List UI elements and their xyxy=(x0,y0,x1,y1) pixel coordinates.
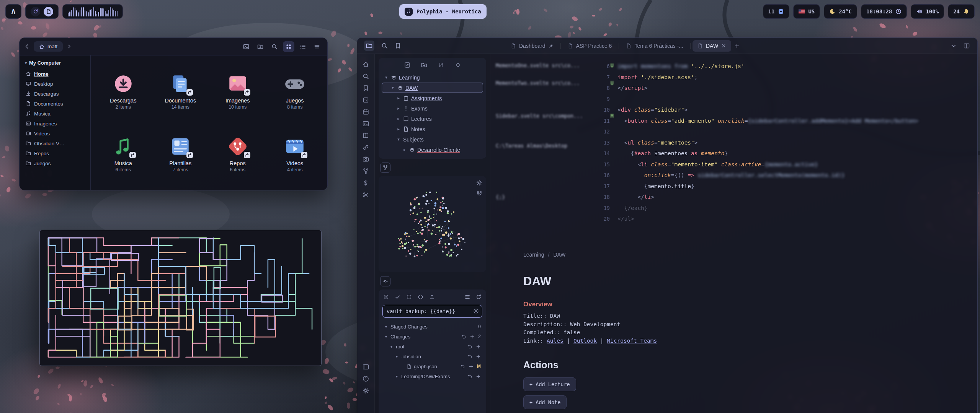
sidebar-item-descargas[interactable]: Descargas xyxy=(23,89,87,99)
circle-plus-icon[interactable] xyxy=(406,294,412,300)
sidebar-item-juegos[interactable]: Juegos xyxy=(23,158,87,168)
git-item-learning-daw-exams[interactable]: ▾Learning/DAW/Exams xyxy=(381,371,484,381)
ribbon-bookmark-icon[interactable] xyxy=(359,82,372,94)
ribbon-book-icon[interactable] xyxy=(359,130,372,141)
split-layout-icon[interactable] xyxy=(964,43,970,49)
tree-item-daw[interactable]: ▾DAW xyxy=(382,83,483,93)
forward-button[interactable] xyxy=(67,44,72,49)
clock-pill[interactable]: 18:08:28 xyxy=(861,4,907,19)
folder-plus-icon[interactable] xyxy=(421,62,427,68)
sort-icon[interactable] xyxy=(438,62,444,68)
sidebar-section-title[interactable]: ▾ My Computer xyxy=(23,59,87,69)
back-button[interactable] xyxy=(24,44,30,49)
sidebar-item-obsidian-v[interactable]: Obsidian V… xyxy=(23,138,87,148)
folder-juegos[interactable]: Juegos8 items xyxy=(266,61,324,121)
folder-plantillas[interactable]: Plantillas7 items xyxy=(152,124,209,184)
menu-button[interactable] xyxy=(311,41,323,52)
note-breadcrumb[interactable]: Learning/DAW xyxy=(523,252,951,258)
launcher-button[interactable]: Λ xyxy=(5,4,21,19)
notes-tray-button[interactable] xyxy=(44,7,53,16)
breadcrumb-part[interactable]: DAW xyxy=(553,252,565,258)
commit-message-input[interactable] xyxy=(382,305,482,318)
ribbon-camera-icon[interactable] xyxy=(359,153,372,165)
ribbon-settings-icon[interactable] xyxy=(359,385,372,397)
ribbon-help-icon[interactable]: ? xyxy=(359,373,372,385)
tab-asp-practice-6[interactable]: ASP Practice 6 xyxy=(563,40,617,52)
tree-item-learning[interactable]: ▾Learning xyxy=(382,72,483,83)
graph-settings-icon[interactable] xyxy=(476,180,482,186)
tree-item-assignments[interactable]: ▸Assignments xyxy=(382,93,483,103)
sidebar-item-documentos[interactable]: Documentos xyxy=(23,99,87,109)
edit-box-icon[interactable] xyxy=(404,62,410,68)
sidebar-item-home[interactable]: Home xyxy=(23,69,87,79)
grid-view-button[interactable] xyxy=(283,41,294,52)
ribbon-dice-icon[interactable] xyxy=(359,94,372,106)
circle-minus-icon[interactable] xyxy=(418,294,423,300)
toggle-explorer-button[interactable] xyxy=(364,41,374,51)
bookmarks-panel-icon[interactable] xyxy=(395,42,401,49)
search-panel-icon[interactable] xyxy=(381,42,388,49)
ribbon-terminal-icon[interactable] xyxy=(359,118,372,130)
tree-item-desarrollo-cliente[interactable]: ▸Desarrollo-Cliente xyxy=(382,145,483,155)
collapse-icon[interactable] xyxy=(455,62,461,68)
ribbon-panel-left-icon[interactable] xyxy=(359,361,372,373)
link-aules[interactable]: Aules xyxy=(547,338,564,344)
ribbon-search-icon[interactable] xyxy=(359,70,372,82)
tree-item-notes[interactable]: ▸Notes xyxy=(382,124,483,134)
ribbon-fork-icon[interactable] xyxy=(359,165,372,177)
keyboard-layout-pill[interactable]: US xyxy=(793,4,820,19)
workspaces-pill[interactable]: 11 xyxy=(763,4,790,19)
git-panel-icon[interactable] xyxy=(380,276,390,286)
tab-tema-6-pr-cticas[interactable]: Tema 6 Prácticas -... xyxy=(621,40,688,52)
notifications-pill[interactable]: 24 xyxy=(948,4,975,19)
circle-dot-icon[interactable] xyxy=(383,294,389,300)
ribbon-dollar-icon[interactable] xyxy=(359,177,372,189)
tab-daw[interactable]: DAW xyxy=(693,40,731,52)
open-terminal-button[interactable] xyxy=(240,41,252,52)
refresh-icon[interactable] xyxy=(476,294,482,300)
git-item-graph-json[interactable]: graph.jsonM xyxy=(381,361,484,371)
sidebar-item-musica[interactable]: Musica xyxy=(23,109,87,119)
upload-icon[interactable] xyxy=(429,294,435,300)
sidebar-item-desktop[interactable]: Desktop xyxy=(23,79,87,89)
sidebar-item-repos[interactable]: Repos xyxy=(23,148,87,158)
tree-item-subjects[interactable]: ▾Subjects xyxy=(382,134,483,145)
list-view-button[interactable] xyxy=(297,41,309,52)
ribbon-scissors-icon[interactable] xyxy=(359,189,372,201)
list-icon[interactable] xyxy=(464,294,470,300)
git-item-root[interactable]: ▾root xyxy=(381,341,484,351)
graph-filter-icon[interactable] xyxy=(476,190,482,197)
clear-message-icon[interactable] xyxy=(473,308,479,314)
weather-pill[interactable]: 24°C xyxy=(824,4,857,19)
git-item-staged-changes[interactable]: ▾Staged Changes0 xyxy=(381,322,484,332)
tree-item-exams[interactable]: ▸Exams xyxy=(382,103,483,114)
folder-musica[interactable]: Musica6 items xyxy=(95,124,152,184)
folder-videos[interactable]: Videos4 items xyxy=(266,124,324,184)
graph-panel-icon[interactable] xyxy=(380,163,390,173)
sidebar-item-videos[interactable]: Videos xyxy=(23,128,87,138)
media-player-pill[interactable]: Polyphia - Neurotica xyxy=(399,4,487,19)
action-button-add-note[interactable]: + Add Note xyxy=(523,395,567,409)
new-tab-button[interactable] xyxy=(732,41,742,51)
link-microsoft-teams[interactable]: Microsoft Teams xyxy=(607,338,657,344)
sidebar-item-imagenes[interactable]: Imagenes xyxy=(23,119,87,128)
git-item-changes[interactable]: ▾Changes2 xyxy=(381,332,484,341)
breadcrumb[interactable]: matt xyxy=(34,41,63,52)
folder-documentos[interactable]: Documentos14 items xyxy=(152,61,209,121)
ribbon-home-icon[interactable] xyxy=(359,59,372,70)
volume-pill[interactable]: 100% xyxy=(911,4,944,19)
breadcrumb-part[interactable]: Learning xyxy=(523,252,544,258)
updates-tray-button[interactable] xyxy=(31,7,40,16)
tab-list-dropdown-icon[interactable] xyxy=(951,43,957,49)
folder-descargas[interactable]: Descargas2 items xyxy=(95,61,152,121)
search-button[interactable] xyxy=(269,41,280,52)
tree-item-lectures[interactable]: ▸Lectures xyxy=(382,114,483,124)
tab-dashboard[interactable]: Dashboard xyxy=(506,40,559,52)
graph-view-panel[interactable] xyxy=(379,176,486,272)
folder-imagenes[interactable]: Imagenes10 items xyxy=(209,61,266,121)
folder-repos[interactable]: Repos6 items xyxy=(209,124,266,184)
action-button-add-lecture[interactable]: + Add Lecture xyxy=(523,377,576,391)
link-outlook[interactable]: Outlook xyxy=(573,338,597,344)
git-item-obsidian[interactable]: ▾.obsidian xyxy=(381,351,484,361)
check-icon[interactable] xyxy=(395,294,400,300)
